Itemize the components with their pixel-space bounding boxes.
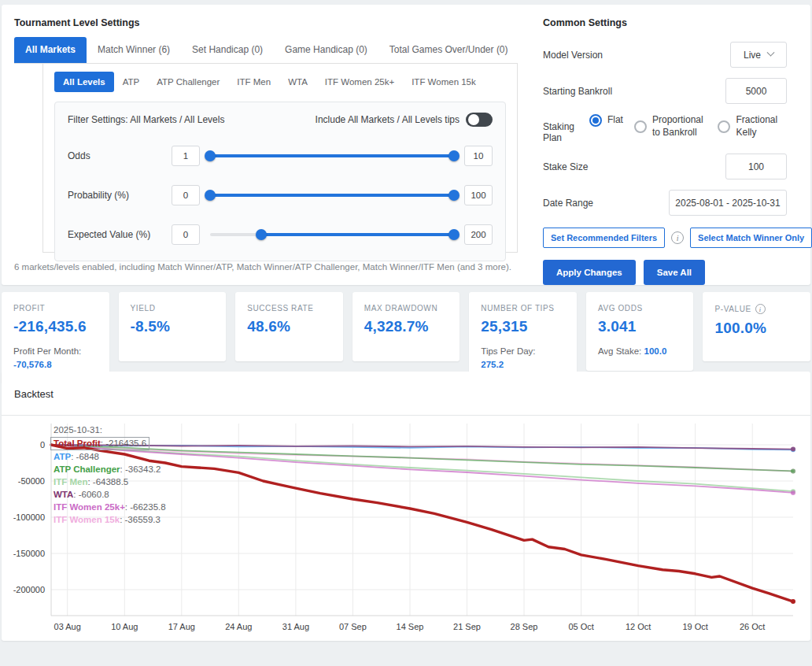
odds-label: Odds — [68, 150, 172, 161]
stat-value: 48.6% — [247, 318, 331, 335]
svg-text:26 Oct: 26 Oct — [740, 622, 765, 631]
probability-low-thumb[interactable] — [205, 190, 216, 201]
odds-slider-row: Odds — [68, 146, 493, 166]
series-wta — [51, 445, 793, 450]
chevron-down-icon — [767, 49, 775, 57]
staking-plan-radio-fractional-kelly[interactable]: Fractional Kelly — [718, 114, 787, 139]
expected-value-min-input[interactable] — [172, 224, 200, 245]
stat-value: 4,328.7% — [364, 318, 448, 335]
probability-high-thumb[interactable] — [448, 190, 460, 201]
tournament-level-settings-panel: Tournament Level Settings All MarketsMat… — [2, 5, 530, 285]
stat-label: AVG ODDS — [598, 304, 682, 313]
expected-value-high-thumb[interactable] — [448, 229, 460, 240]
date-range-input[interactable] — [669, 190, 787, 216]
level-tab-wta[interactable]: WTA — [279, 72, 316, 92]
stat-label: MAX DRAWDOWN — [364, 304, 448, 313]
stat-label: NUMBER OF TIPS — [481, 304, 565, 313]
staking-plan-options: FlatProportional to BankrollFractional K… — [589, 114, 787, 139]
svg-text:10 Aug: 10 Aug — [111, 622, 138, 631]
svg-text:05 Oct: 05 Oct — [568, 622, 593, 631]
probability-label: Probability (%) — [68, 190, 172, 201]
backtest-dashboard: { "tournament_panel": { "title": "Tourna… — [0, 0, 812, 666]
settings-card: Tournament Level Settings All MarketsMat… — [2, 5, 810, 285]
odds-slider[interactable] — [210, 150, 454, 161]
stake-size-input[interactable] — [725, 154, 787, 179]
staking-plan-radio-proportional-to-bankroll[interactable]: Proportional to Bankroll — [634, 114, 707, 139]
radio-icon — [718, 120, 730, 133]
model-version-label: Model Version — [543, 50, 603, 61]
level-tab-itf-men[interactable]: ITF Men — [228, 72, 279, 92]
include-tips-toggle[interactable] — [466, 113, 493, 127]
odds-low-thumb[interactable] — [205, 150, 216, 161]
starting-bankroll-input[interactable] — [725, 78, 787, 104]
level-tab-itf-women-15k[interactable]: ITF Women 15k — [403, 72, 485, 92]
radio-label: Flat — [607, 114, 623, 127]
backtest-chart[interactable]: 0-50000-100000-150000-20000003 Aug10 Aug… — [2, 416, 810, 637]
radio-icon — [634, 120, 647, 133]
save-all-button[interactable]: Save All — [644, 260, 705, 285]
svg-text:-150000: -150000 — [13, 549, 45, 558]
series-atp-challenger — [51, 445, 793, 471]
common-settings-title: Common Settings — [543, 17, 787, 28]
common-settings-panel: Common Settings Model Version Live Start… — [543, 5, 799, 285]
stat-card-number-of-tips: NUMBER OF TIPS 25,315 Tips Per Day:275.2 — [469, 292, 577, 383]
filter-settings-title: Filter Settings: All Markets / All Level… — [68, 114, 224, 125]
market-tabs: All MarketsMatch Winner (6)Set Handicap … — [14, 37, 518, 64]
series-end-dot-itf-women-25k — [791, 490, 795, 495]
stat-value: -216,435.6 — [13, 318, 98, 335]
series-end-dot-total-profit — [791, 599, 795, 604]
svg-text:24 Aug: 24 Aug — [225, 622, 252, 631]
level-tab-atp-challenger[interactable]: ATP Challenger — [148, 72, 228, 92]
series-end-dot-atp-challenger — [791, 468, 795, 473]
market-tab-match-winner-6[interactable]: Match Winner (6) — [87, 37, 181, 63]
probability-min-input[interactable] — [172, 185, 200, 205]
info-icon[interactable]: i — [671, 231, 684, 244]
market-tab-set-handicap-0[interactable]: Set Handicap (0) — [181, 37, 274, 63]
stat-card-avg-odds: AVG ODDS 3.041 Avg Stake: 100.0 — [586, 292, 694, 371]
level-tabs: All LevelsATPATP ChallengerITF MenWTAITF… — [54, 72, 506, 92]
staking-plan-radio-flat[interactable]: Flat — [589, 114, 623, 127]
stat-subtext: Profit Per Month: -70,576.8 — [13, 345, 98, 371]
market-tab-game-handicap-0[interactable]: Game Handicap (0) — [274, 37, 378, 63]
probability-slider[interactable] — [210, 190, 454, 201]
odds-min-input[interactable] — [172, 146, 200, 166]
markets-enabled-note: 6 markets/levels enabled, including Matc… — [14, 262, 518, 272]
expected-value-max-input[interactable] — [464, 224, 493, 245]
svg-text:28 Sep: 28 Sep — [511, 622, 538, 631]
market-tab-all-markets[interactable]: All Markets — [14, 37, 87, 63]
model-version-value: Live — [744, 50, 761, 61]
radio-label: Proportional to Bankroll — [652, 114, 707, 139]
odds-max-input[interactable] — [464, 146, 493, 166]
model-version-select[interactable]: Live — [730, 42, 787, 68]
stat-label: P-VALUEi — [714, 304, 799, 314]
level-tab-panel: All LevelsATPATP ChallengerITF MenWTAITF… — [42, 64, 518, 253]
market-tab-total-games-over-under-0[interactable]: Total Games Over/Under (0) — [378, 37, 519, 63]
svg-text:-200000: -200000 — [13, 585, 45, 594]
svg-text:14 Sep: 14 Sep — [397, 622, 424, 631]
date-range-label: Date Range — [543, 198, 593, 209]
stat-subtext: Tips Per Day:275.2 — [481, 345, 565, 371]
staking-plan-label: Staking Plan — [543, 114, 589, 143]
stats-row: PROFIT -216,435.6 Profit Per Month: -70,… — [2, 292, 810, 383]
expected-value-slider[interactable] — [210, 229, 454, 240]
starting-bankroll-label: Starting Bankroll — [543, 86, 612, 97]
level-tab-atp[interactable]: ATP — [114, 72, 149, 92]
backtest-chart-area: 0-50000-100000-150000-20000003 Aug10 Aug… — [2, 416, 810, 637]
set-recommended-filters-button[interactable]: Set Recommended Filters — [543, 228, 665, 248]
probability-max-input[interactable] — [464, 185, 493, 205]
info-icon[interactable]: i — [755, 304, 766, 314]
apply-changes-button[interactable]: Apply Changes — [543, 260, 636, 285]
stat-label: PROFIT — [13, 304, 98, 313]
series-end-dot-wta — [791, 447, 795, 452]
stat-subtext: Avg Stake: 100.0 — [598, 345, 682, 358]
odds-high-thumb[interactable] — [448, 150, 460, 161]
svg-text:07 Sep: 07 Sep — [339, 622, 367, 631]
stat-value: 25,315 — [481, 318, 565, 335]
level-tab-all-levels[interactable]: All Levels — [54, 72, 114, 92]
svg-text:19 Oct: 19 Oct — [682, 622, 707, 631]
backtest-title: Backtest — [2, 372, 810, 400]
select-match-winner-only-button[interactable]: Select Match Winner Only — [690, 228, 812, 248]
svg-text:0: 0 — [40, 440, 45, 450]
expected-value-low-thumb[interactable] — [256, 229, 267, 240]
level-tab-itf-women-25k[interactable]: ITF Women 25k+ — [316, 72, 403, 92]
